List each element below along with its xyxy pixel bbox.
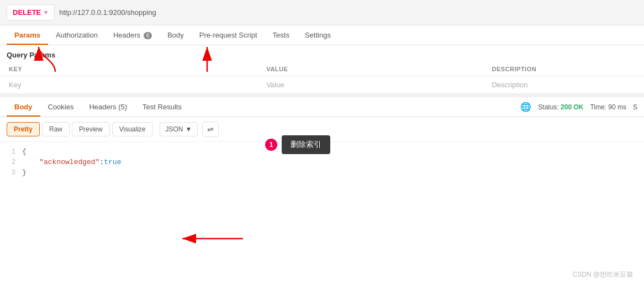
watermark: CSDN @想吃米豆腐 [572,270,633,279]
pretty-button[interactable]: Pretty [7,122,40,136]
tooltip-container: 1 删除索引 [265,135,330,154]
status-text: Status: 200 OK [538,103,583,111]
tab-params[interactable]: Params [7,25,48,45]
status-value: 200 OK [561,103,583,111]
status-bar: 🌐 Status: 200 OK Time: 90 ms S [520,102,637,112]
chevron-down-icon: ▼ [186,125,192,133]
tooltip-badge: 1 [265,139,277,151]
tab-body[interactable]: Body [160,25,192,45]
tab-headers[interactable]: Headers 6 [105,25,160,45]
url-input[interactable] [59,8,637,17]
visualize-button[interactable]: Visualize [112,122,153,136]
json-select[interactable]: JSON ▼ [160,122,198,136]
method-chevron-icon: ▼ [43,9,49,15]
resp-tab-body[interactable]: Body [7,97,40,117]
code-bracket-close: } [22,168,27,177]
code-value-true: true [104,158,121,166]
resp-tab-test-results[interactable]: Test Results [135,97,189,117]
code-key-acknowledged: "acknowledged" [39,158,99,166]
response-tabs: Body Cookies Headers (5) Test Results 🌐 … [0,97,644,117]
method-select[interactable]: DELETE ▼ [7,4,55,20]
col-header-value: VALUE [257,62,483,76]
tab-prerequest[interactable]: Pre-request Script [192,25,265,45]
tab-authorization[interactable]: Authorization [48,25,105,45]
tab-tests[interactable]: Tests [265,25,297,45]
col-header-desc: DESCRIPTION [483,62,644,76]
tooltip-box: 删除索引 [282,135,330,154]
line-num-2: 2 [0,159,22,166]
request-tabs: Params Authorization Headers 6 Body Pre-… [0,25,644,45]
code-bracket-open: { [22,147,27,156]
resp-tab-headers[interactable]: Headers (5) [81,97,135,117]
params-table: KEY VALUE DESCRIPTION Key Value Descript… [0,62,644,94]
resp-tab-cookies[interactable]: Cookies [40,97,82,117]
table-row-placeholder: Key Value Description [0,76,644,94]
wrap-icon: ⇌ [207,125,214,134]
url-bar: DELETE ▼ [0,0,644,25]
globe-icon: 🌐 [520,102,531,112]
preview-button[interactable]: Preview [72,122,110,136]
line-num-1: 1 [0,148,22,156]
code-line-3: 3 } [0,167,644,178]
key-placeholder[interactable]: Key [0,76,257,94]
value-placeholder[interactable]: Value [257,76,483,94]
line-num-3: 3 [0,169,22,177]
code-indent [22,158,39,166]
wrap-button[interactable]: ⇌ [202,122,219,137]
time-text: Time: 90 ms [590,103,626,111]
raw-button[interactable]: Raw [42,122,70,136]
description-placeholder[interactable]: Description [483,76,644,94]
time-value: 90 ms [608,103,626,111]
size-label: S [633,103,637,111]
code-line-2: 2 "acknowledged" : true [0,157,644,167]
method-label: DELETE [13,8,41,17]
tab-settings[interactable]: Settings [297,25,339,45]
query-params-label: Query Params [0,45,644,62]
col-header-key: KEY [0,62,257,76]
